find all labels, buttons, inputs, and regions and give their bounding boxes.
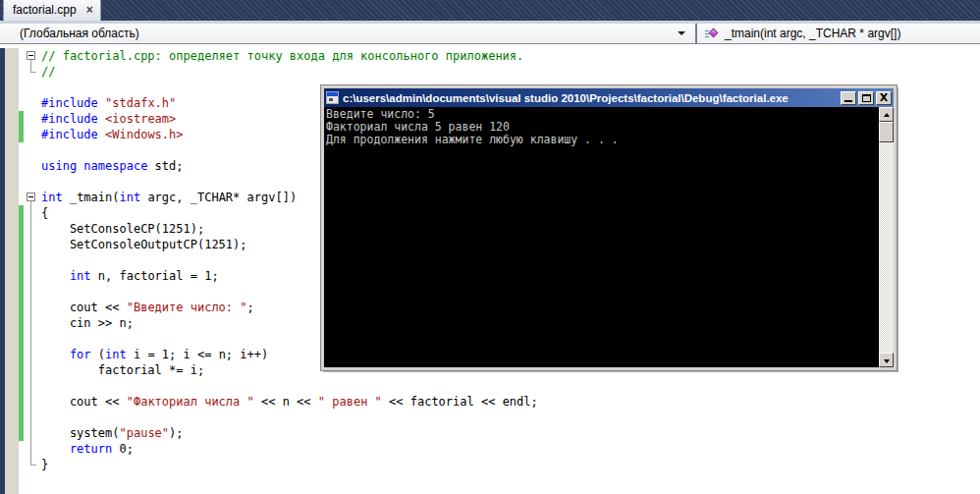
fold-line <box>30 60 31 72</box>
change-bar <box>19 205 24 441</box>
method-icon <box>705 27 719 39</box>
minimize-button[interactable] <box>841 91 856 105</box>
console-output: Введите число: 5Факториал числа 5 равен … <box>326 108 877 146</box>
close-button[interactable]: X <box>876 91 892 105</box>
chevron-down-icon <box>678 31 685 35</box>
console-title-bar[interactable]: c:\users\admin\documents\visual studio 2… <box>324 88 894 107</box>
code-line: // factorial.cpp: определяет точку входа… <box>0 48 980 64</box>
code-line: } <box>0 457 980 472</box>
scroll-up-button[interactable] <box>879 107 894 122</box>
arrow-up-icon <box>884 113 890 117</box>
code-line: return 0; <box>0 441 980 457</box>
fold-toggle-icon[interactable] <box>27 51 35 60</box>
document-tab-bar: factorial.cpp × <box>0 0 980 24</box>
code-line: system("pause"); <box>0 425 980 441</box>
console-window: c:\users\admin\documents\visual studio 2… <box>321 85 897 370</box>
fold-toggle-icon[interactable] <box>27 192 35 201</box>
scope-dropdown-label: (Глобальная область) <box>20 27 139 40</box>
scroll-down-button[interactable] <box>879 353 894 367</box>
tab-close-icon[interactable]: × <box>86 4 93 16</box>
change-bar <box>19 111 24 142</box>
maximize-icon <box>862 94 871 102</box>
console-app-icon <box>326 91 339 104</box>
arrow-down-icon <box>884 359 890 363</box>
fold-line-tick <box>30 72 36 73</box>
minimize-icon <box>844 100 852 102</box>
code-line <box>0 410 980 425</box>
tab-factorial-cpp[interactable]: factorial.cpp × <box>3 0 101 21</box>
scroll-thumb[interactable] <box>879 122 894 142</box>
window-controls: X <box>841 91 892 105</box>
console-client-area: Введите число: 5Факториал числа 5 равен … <box>324 107 894 367</box>
member-dropdown[interactable]: _tmain(int argc, _TCHAR * argv[]) <box>697 24 980 43</box>
console-title: c:\users\admin\documents\visual studio 2… <box>343 92 837 104</box>
code-line: // <box>0 64 980 80</box>
close-icon: X <box>877 92 891 104</box>
console-line: Для продолжения нажмите любую клавишу . … <box>326 134 877 146</box>
scope-dropdown[interactable]: (Глобальная область) <box>0 24 695 43</box>
member-dropdown-label: _tmain(int argc, _TCHAR * argv[]) <box>725 27 900 40</box>
fold-line-tick <box>30 465 36 466</box>
navigation-bar: (Глобальная область) _tmain(int argc, _T… <box>0 24 980 44</box>
fold-line <box>30 201 31 465</box>
code-line <box>0 378 980 394</box>
console-scrollbar[interactable] <box>879 107 894 367</box>
maximize-button[interactable] <box>858 91 874 105</box>
code-line: cout << "Факториал числа " << n << " рав… <box>0 394 980 410</box>
tab-label: factorial.cpp <box>13 3 77 17</box>
